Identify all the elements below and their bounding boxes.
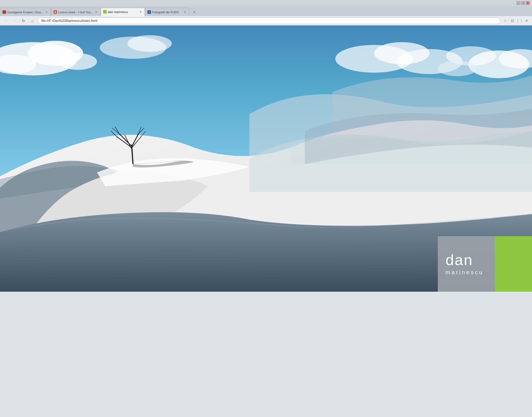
tab-label-leona: Leona Lewis - I Got You... — [58, 11, 93, 14]
home-button[interactable]: ⌂ — [29, 17, 36, 24]
svg-point-13 — [438, 61, 477, 76]
logo-overlay: dan marinescu — [438, 236, 532, 292]
tab-favicon-goodgame — [2, 10, 6, 14]
tab-label-dan: dan marinescu — [108, 10, 128, 14]
title-bar: ─ □ ✕ — [0, 0, 532, 6]
reload-button[interactable]: ↻ — [20, 17, 27, 24]
browser-window: ─ □ ✕ Goodgame Empire | Goo... ✕ ▶ Leona… — [0, 0, 532, 292]
url-text: file:///F:/Dan%20Marinescu/index.html — [41, 19, 97, 23]
address-actions: ☆ ⊡ ⋮⋮ ≡ — [502, 18, 530, 24]
minimize-button[interactable]: ─ — [516, 1, 520, 5]
logo-last-name: marinescu — [446, 269, 484, 276]
logo-first-name: dan — [446, 252, 473, 267]
tab-leona[interactable]: ▶ Leona Lewis - I Got You... ✕ — [51, 8, 101, 16]
close-button[interactable]: ✕ — [526, 1, 530, 5]
tab-dan[interactable]: dan marinescu ✕ — [101, 8, 145, 16]
forward-button[interactable]: → — [11, 17, 18, 24]
tab-close-goodgame[interactable]: ✕ — [45, 10, 48, 14]
address-bar: ← → ↻ ⌂ file:///F:/Dan%20Marinescu/index… — [0, 16, 532, 26]
logo-gray-box: dan marinescu — [438, 236, 495, 292]
tab-close-leona[interactable]: ✕ — [94, 10, 98, 14]
logo-green-panel — [496, 236, 532, 292]
tab-bar: Goodgame Empire | Goo... ✕ ▶ Leona Lewis… — [0, 6, 532, 16]
tab-close-dan[interactable]: ✕ — [139, 10, 142, 14]
tab-favicon-leona: ▶ — [53, 10, 57, 14]
tab-fotografii[interactable]: f Fotografii din FUDV ✕ — [145, 8, 189, 16]
back-button[interactable]: ← — [2, 17, 9, 24]
svg-point-4 — [58, 53, 97, 70]
menu-icon[interactable]: ≡ — [524, 18, 530, 24]
apps-icon[interactable]: ⋮⋮ — [516, 18, 523, 24]
svg-point-6 — [127, 35, 172, 52]
tab-favicon-fotografii: f — [147, 10, 151, 14]
tab-label-fotografii: Fotografii din FUDV — [152, 11, 179, 14]
maximize-button[interactable]: □ — [521, 1, 525, 5]
dune-scene: dan marinescu — [0, 26, 532, 292]
url-input[interactable]: file:///F:/Dan%20Marinescu/index.html — [38, 17, 500, 24]
tab-close-fotografii[interactable]: ✕ — [183, 10, 187, 14]
tab-label-goodgame: Goodgame Empire | Goo... — [7, 11, 44, 14]
bookmark-star-icon[interactable]: ☆ — [502, 18, 508, 24]
tab-goodgame[interactable]: Goodgame Empire | Goo... ✕ — [0, 8, 51, 16]
tab-favicon-dan — [103, 10, 107, 14]
new-tab-button[interactable]: + — [190, 8, 198, 16]
browser-content: dan marinescu — [0, 26, 532, 292]
cast-icon[interactable]: ⊡ — [509, 18, 515, 24]
window-controls: ─ □ ✕ — [516, 1, 530, 5]
